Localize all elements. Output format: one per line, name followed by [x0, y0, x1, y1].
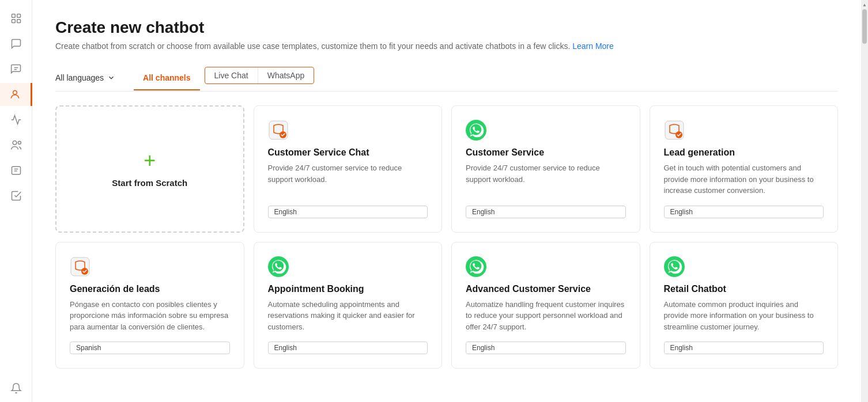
card-title: Lead generation	[664, 147, 824, 158]
cards-row-2: Generación de leads Póngase en contacto …	[55, 242, 838, 369]
card-customer-service[interactable]: Customer Service Provide 24/7 customer s…	[451, 105, 640, 233]
language-filter[interactable]: All languages	[55, 69, 124, 89]
sidebar	[0, 0, 32, 402]
card-desc: Provide 24/7 customer service to reduce …	[466, 162, 626, 196]
sidebar-item-checklist[interactable]	[5, 184, 28, 207]
card-title: Generación de leads	[70, 284, 230, 294]
svg-rect-0	[12, 14, 15, 18]
card-appointment-booking[interactable]: Appointment Booking Automate scheduling …	[254, 242, 443, 369]
card-desc: Automate scheduling appointments and res…	[268, 299, 428, 333]
whatsapp-icon	[466, 120, 486, 141]
whatsapp-icon-4	[664, 256, 685, 277]
card-lead-generation[interactable]: Lead generation Get in touch with potent…	[650, 105, 839, 233]
svg-rect-7	[12, 166, 20, 174]
card-desc: Automatize handling frequent customer in…	[466, 299, 626, 333]
sidebar-item-conversations[interactable]	[5, 58, 28, 81]
chevron-down-icon	[107, 74, 115, 82]
sidebar-item-tickets[interactable]	[5, 159, 28, 182]
sidebar-item-chat[interactable]	[5, 32, 28, 55]
lang-badge[interactable]: English	[268, 206, 428, 218]
card-title: Customer Service Chat	[268, 147, 428, 158]
tab-group-channel: Live Chat WhatsApp	[205, 67, 315, 84]
page-title: Create new chatbot	[55, 18, 838, 37]
sidebar-item-grid[interactable]	[5, 7, 28, 30]
lang-badge[interactable]: Spanish	[70, 342, 230, 354]
tab-whatsapp[interactable]: WhatsApp	[258, 67, 314, 84]
tab-all-channels[interactable]: All channels	[134, 69, 199, 90]
card-title: Retail Chatbot	[664, 284, 824, 294]
svg-rect-3	[17, 20, 20, 23]
card-desc: Provide 24/7 customer service to reduce …	[268, 162, 428, 196]
svg-point-6	[18, 141, 21, 144]
card-generacion-leads[interactable]: Generación de leads Póngase en contacto …	[55, 242, 244, 369]
learn-more-link[interactable]: Learn More	[572, 41, 614, 51]
tab-live-chat[interactable]: Live Chat	[205, 67, 258, 84]
svg-rect-1	[17, 14, 20, 18]
svg-point-5	[13, 141, 17, 145]
card-title: Appointment Booking	[268, 284, 428, 294]
scratch-label: Start from Scratch	[112, 178, 187, 188]
cards-row-1: + Start from Scratch Customer Service Ch…	[55, 105, 838, 233]
card-desc: Get in touch with potential customers an…	[664, 162, 824, 196]
sidebar-item-team[interactable]	[5, 134, 28, 157]
card-desc: Póngase en contacto con posibles cliente…	[70, 299, 230, 333]
scroll-up-arrow[interactable]: ▲	[861, 0, 868, 9]
card-title: Customer Service	[466, 147, 626, 158]
svg-point-4	[13, 90, 17, 94]
page-subtitle: Create chatbot from scratch or choose fr…	[55, 41, 838, 51]
filter-bar: All languages All channels Live Chat Wha…	[55, 67, 838, 92]
livechat-icon-2	[664, 120, 685, 141]
lang-badge[interactable]: English	[268, 342, 428, 354]
card-desc: Automate common product inquiries and pr…	[664, 299, 824, 333]
livechat-icon-3	[70, 256, 90, 277]
whatsapp-icon-3	[466, 256, 486, 277]
card-scratch[interactable]: + Start from Scratch	[55, 105, 244, 233]
sidebar-item-contacts[interactable]	[0, 83, 32, 106]
sidebar-item-analytics[interactable]	[5, 108, 28, 131]
scrollbar[interactable]: ▲	[861, 0, 868, 402]
card-retail-chatbot[interactable]: Retail Chatbot Automate common product i…	[650, 242, 839, 369]
svg-rect-2	[12, 20, 15, 23]
lang-badge[interactable]: English	[466, 342, 626, 354]
main-content: Create new chatbot Create chatbot from s…	[32, 0, 861, 402]
card-title: Advanced Customer Service	[466, 284, 626, 294]
plus-icon: +	[144, 150, 156, 171]
card-advanced-customer-service[interactable]: Advanced Customer Service Automatize han…	[451, 242, 640, 369]
lang-badge[interactable]: English	[664, 342, 824, 354]
whatsapp-icon-2	[268, 256, 289, 277]
livechat-icon	[268, 120, 289, 141]
lang-badge[interactable]: English	[664, 206, 824, 218]
card-customer-service-chat[interactable]: Customer Service Chat Provide 24/7 custo…	[254, 105, 443, 233]
sidebar-item-bell[interactable]	[5, 379, 28, 402]
scroll-thumb[interactable]	[862, 9, 867, 44]
lang-badge[interactable]: English	[466, 206, 626, 218]
